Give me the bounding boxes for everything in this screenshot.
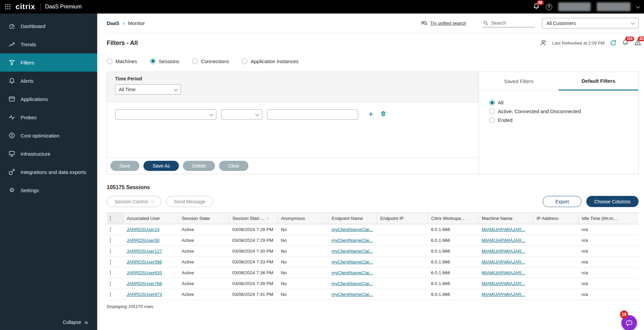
user-link[interactable]: JARRDSUser14 — [127, 227, 160, 232]
col-anonymous[interactable]: Anonymous — [277, 213, 328, 224]
filter-builder-left: Time Period All Time + — [107, 72, 479, 174]
clear-button[interactable]: Clear — [219, 161, 248, 171]
radio-machines[interactable]: Machines — [107, 58, 137, 64]
col-ip-address[interactable]: IP Address — [533, 213, 578, 224]
user-link[interactable]: JARRDSUser768 — [127, 281, 162, 286]
row-checkbox[interactable] — [110, 248, 111, 254]
sidebar-item-dashboard[interactable]: Dashboard — [0, 17, 97, 35]
sidebar-item-filters[interactable]: Filters — [0, 53, 97, 72]
radio-sessions[interactable]: Sessions — [150, 58, 179, 64]
redacted-account-block — [558, 2, 591, 11]
chevron-down-icon — [631, 21, 635, 24]
applications-icon — [8, 96, 16, 102]
tab-default-filters[interactable]: Default Filters — [559, 72, 638, 91]
radio-default-all[interactable]: All — [489, 100, 638, 105]
help-icon[interactable]: ? — [546, 4, 552, 10]
search-input[interactable] — [491, 20, 528, 26]
col-endpoint-name[interactable]: Endpoint Name — [328, 213, 377, 224]
table-row: JARRDSUser127 Active 03/08/2024 7:30 PM … — [107, 246, 639, 257]
sidebar-item-alerts[interactable]: Alerts — [0, 72, 97, 90]
add-filter-icon[interactable]: + — [368, 109, 373, 118]
sessions-count: 105175 Sessions — [107, 184, 639, 191]
sidebar-item-label: Probes — [21, 115, 37, 120]
radio-circle — [107, 58, 112, 64]
app-grid-icon[interactable] — [5, 4, 11, 10]
radio-application-instances[interactable]: Application Instances — [242, 58, 298, 64]
top-bar: citrix DaaS Premium 58 ? — [0, 0, 644, 14]
delete-button[interactable]: Delete — [183, 161, 215, 171]
sidebar-item-trends[interactable]: Trends — [0, 35, 97, 53]
breadcrumb-daas-link[interactable]: DaaS — [107, 20, 119, 26]
sidebar-item-label: Filters — [21, 60, 34, 66]
user-activity-icon[interactable] — [540, 40, 547, 46]
warnings-indicator[interactable]: 423 — [634, 39, 641, 47]
endpoint-link[interactable]: myClientNameClai... — [331, 292, 373, 297]
machine-link[interactable]: MIAMIJAR\MIAJAR... — [482, 227, 525, 232]
row-checkbox[interactable] — [110, 237, 111, 243]
unified-search-link[interactable]: Try unified search — [421, 20, 466, 26]
user-link[interactable]: JARRDSUser50 — [127, 238, 160, 243]
row-checkbox[interactable] — [110, 281, 111, 286]
time-period-dropdown[interactable]: All Time — [115, 84, 181, 95]
machine-link[interactable]: MIAMIJAR\MIAJAR... — [482, 281, 525, 286]
col-idle-time[interactable]: Idle Time (hh:m... — [578, 213, 639, 224]
save-as-button[interactable]: Save As — [143, 161, 179, 171]
machine-link[interactable]: MIAMIJAR\MIAJAR... — [482, 238, 525, 243]
account-chevron-down-icon[interactable] — [636, 4, 640, 8]
col-session-state[interactable]: Session State — [178, 213, 229, 224]
endpoint-link[interactable]: myClientNameClai... — [331, 259, 373, 264]
row-checkbox[interactable] — [110, 259, 111, 265]
row-checkbox[interactable] — [110, 270, 111, 276]
search-box[interactable] — [482, 19, 535, 27]
customer-filter-dropdown[interactable]: All Customers — [542, 18, 639, 28]
sessions-table: Associated User Session State Session St… — [107, 212, 639, 300]
filter-operator-dropdown[interactable] — [221, 109, 262, 120]
user-link[interactable]: JARRDSUser633 — [127, 270, 162, 275]
machine-link[interactable]: MIAMIJAR\MIAJAR... — [482, 259, 525, 264]
sidebar-item-probes[interactable]: Probes — [0, 108, 97, 126]
col-citrix-workspace[interactable]: Citrix Workspa... — [428, 213, 478, 224]
radio-default-active-connected-disconnected[interactable]: Active, Connected and Disconnected — [489, 108, 638, 114]
session-control-button[interactable]: Session Control — [107, 196, 161, 207]
endpoint-link[interactable]: myClientNameClai... — [331, 227, 373, 232]
row-checkbox[interactable] — [110, 227, 111, 232]
radio-default-ended[interactable]: Ended — [489, 117, 638, 123]
user-link[interactable]: JARRDSUser396 — [127, 259, 162, 264]
save-button[interactable]: Save — [110, 161, 139, 171]
col-associated-user[interactable]: Associated User — [123, 213, 178, 224]
machine-link[interactable]: MIAMIJAR\MIAJAR... — [482, 292, 525, 297]
machine-link[interactable]: MIAMIJAR\MIAJAR... — [482, 249, 525, 254]
delete-filter-icon[interactable] — [380, 110, 386, 118]
user-link[interactable]: JARRDSUser127 — [127, 249, 162, 254]
filter-value-input[interactable] — [267, 109, 358, 120]
select-all-checkbox[interactable] — [110, 215, 111, 221]
sidebar-item-label: Integrations and data exports — [21, 169, 86, 175]
tab-saved-filters[interactable]: Saved Filters — [479, 72, 559, 91]
export-button[interactable]: Export — [543, 196, 581, 207]
integrations-export-icon — [8, 169, 16, 175]
user-link[interactable]: JARRDSUser973 — [127, 292, 162, 297]
notifications-button[interactable]: 58 — [533, 3, 540, 11]
sidebar-item-applications[interactable]: Applications — [0, 90, 97, 108]
endpoint-link[interactable]: myClientNameClai... — [331, 238, 373, 243]
refresh-icon[interactable] — [610, 40, 617, 46]
endpoint-link[interactable]: myClientNameClai... — [331, 281, 373, 286]
col-session-start[interactable]: Session Start ...↑ — [229, 213, 277, 224]
col-endpoint-ip[interactable]: Endpoint IP — [377, 213, 428, 224]
endpoint-link[interactable]: myClientNameClai... — [331, 249, 373, 254]
row-checkbox[interactable] — [110, 291, 111, 297]
sidebar-item-cost-optimization[interactable]: $ Cost optimization — [0, 126, 97, 145]
sidebar-item-settings[interactable]: ⚙ Settings — [0, 181, 97, 199]
sidebar-item-infrastructure[interactable]: Infrastructure — [0, 145, 97, 163]
col-machine-name[interactable]: Machine Name — [478, 213, 533, 224]
sidebar-collapse-button[interactable]: Collapse « — [63, 319, 88, 325]
machine-link[interactable]: MIAMIJAR\MIAJAR... — [482, 270, 525, 275]
alerts-indicator[interactable]: 310 — [622, 39, 629, 47]
choose-columns-button[interactable]: Choose Columns — [586, 196, 639, 207]
endpoint-link[interactable]: myClientNameClai... — [331, 270, 373, 275]
last-refreshed-label: Last Refreshed at 2:09 PM — [552, 41, 605, 46]
send-message-button[interactable]: Send Message — [166, 196, 213, 207]
filter-field-dropdown[interactable] — [115, 109, 216, 120]
sidebar-item-integrations[interactable]: Integrations and data exports — [0, 163, 97, 181]
radio-connections[interactable]: Connections — [192, 58, 229, 64]
